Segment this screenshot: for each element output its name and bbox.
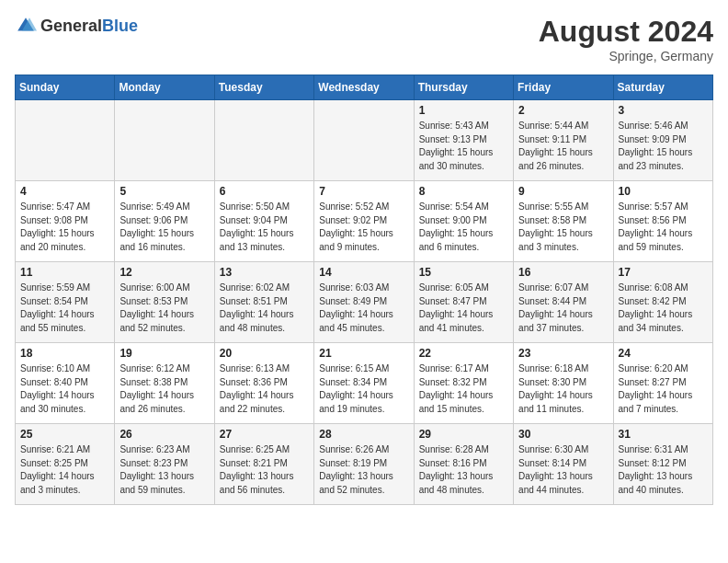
day-info: Sunrise: 5:54 AMSunset: 9:00 PMDaylight:… (419, 201, 508, 254)
page-header: GeneralBlue August 2024 Springe, Germany (15, 15, 713, 63)
day-info: Sunrise: 6:18 AMSunset: 8:30 PMDaylight:… (518, 362, 608, 416)
day-number: 22 (419, 347, 508, 360)
day-number: 14 (319, 266, 408, 279)
day-info: Sunrise: 6:20 AMSunset: 8:27 PMDaylight:… (619, 362, 708, 416)
day-number: 16 (518, 266, 608, 279)
day-of-week-header: Friday (514, 75, 613, 100)
day-info: Sunrise: 6:07 AMSunset: 8:44 PMDaylight:… (518, 282, 608, 335)
calendar-cell: 29Sunrise: 6:28 AMSunset: 8:16 PMDayligh… (414, 424, 513, 505)
day-number: 26 (119, 428, 209, 441)
day-number: 2 (518, 104, 608, 117)
calendar-cell: 14Sunrise: 6:03 AMSunset: 8:49 PMDayligh… (314, 262, 414, 343)
calendar-cell: 4Sunrise: 5:47 AMSunset: 9:08 PMDaylight… (16, 181, 115, 262)
day-info: Sunrise: 5:43 AMSunset: 9:13 PMDaylight:… (419, 120, 508, 173)
day-info: Sunrise: 6:02 AMSunset: 8:51 PMDaylight:… (220, 282, 309, 335)
day-info: Sunrise: 6:21 AMSunset: 8:25 PMDaylight:… (20, 443, 109, 497)
calendar-cell: 28Sunrise: 6:26 AMSunset: 8:19 PMDayligh… (314, 424, 414, 505)
day-number: 18 (20, 347, 109, 360)
day-info: Sunrise: 5:59 AMSunset: 8:54 PMDaylight:… (20, 282, 109, 335)
calendar-cell: 17Sunrise: 6:08 AMSunset: 8:42 PMDayligh… (613, 262, 712, 343)
logo-general: General (40, 17, 102, 35)
day-info: Sunrise: 6:28 AMSunset: 8:16 PMDaylight:… (419, 443, 508, 497)
day-number: 3 (619, 104, 708, 117)
calendar-cell: 10Sunrise: 5:57 AMSunset: 8:56 PMDayligh… (613, 181, 712, 262)
day-info: Sunrise: 6:03 AMSunset: 8:49 PMDaylight:… (319, 282, 408, 335)
calendar-cell: 12Sunrise: 6:00 AMSunset: 8:53 PMDayligh… (115, 262, 214, 343)
day-info: Sunrise: 5:44 AMSunset: 9:11 PMDaylight:… (518, 120, 608, 173)
month-year: August 2024 (539, 15, 713, 49)
calendar-cell: 23Sunrise: 6:18 AMSunset: 8:30 PMDayligh… (514, 343, 613, 424)
day-of-week-header: Saturday (613, 75, 712, 100)
day-number: 27 (220, 428, 309, 441)
day-number: 24 (619, 347, 708, 360)
day-number: 6 (220, 185, 309, 198)
calendar-cell: 6Sunrise: 5:50 AMSunset: 9:04 PMDaylight… (214, 181, 313, 262)
day-number: 7 (319, 185, 408, 198)
day-info: Sunrise: 5:57 AMSunset: 8:56 PMDaylight:… (619, 201, 708, 254)
day-number: 9 (518, 185, 608, 198)
logo-blue: Blue (102, 17, 138, 35)
calendar-cell: 19Sunrise: 6:12 AMSunset: 8:38 PMDayligh… (115, 343, 214, 424)
day-number: 23 (518, 347, 608, 360)
calendar-cell: 11Sunrise: 5:59 AMSunset: 8:54 PMDayligh… (16, 262, 115, 343)
day-number: 29 (419, 428, 508, 441)
calendar-cell: 5Sunrise: 5:49 AMSunset: 9:06 PMDaylight… (115, 181, 214, 262)
day-of-week-header: Wednesday (314, 75, 414, 100)
calendar-cell: 25Sunrise: 6:21 AMSunset: 8:25 PMDayligh… (16, 424, 115, 505)
day-number: 13 (220, 266, 309, 279)
day-of-week-header: Monday (115, 75, 214, 100)
title-block: August 2024 Springe, Germany (539, 15, 713, 63)
calendar-cell (115, 100, 214, 181)
calendar-cell: 27Sunrise: 6:25 AMSunset: 8:21 PMDayligh… (214, 424, 313, 505)
day-info: Sunrise: 6:26 AMSunset: 8:19 PMDaylight:… (319, 443, 408, 497)
day-number: 31 (619, 428, 708, 441)
day-info: Sunrise: 5:52 AMSunset: 9:02 PMDaylight:… (319, 201, 408, 254)
day-number: 17 (619, 266, 708, 279)
day-number: 19 (119, 347, 209, 360)
logo-icon (15, 15, 37, 37)
day-info: Sunrise: 6:13 AMSunset: 8:36 PMDaylight:… (220, 362, 309, 416)
calendar-cell (16, 100, 115, 181)
day-info: Sunrise: 6:30 AMSunset: 8:14 PMDaylight:… (518, 443, 608, 497)
day-info: Sunrise: 6:10 AMSunset: 8:40 PMDaylight:… (20, 362, 109, 416)
calendar-cell: 9Sunrise: 5:55 AMSunset: 8:58 PMDaylight… (514, 181, 613, 262)
calendar-cell: 30Sunrise: 6:30 AMSunset: 8:14 PMDayligh… (514, 424, 613, 505)
calendar-cell (314, 100, 414, 181)
day-number: 5 (119, 185, 209, 198)
day-of-week-header: Thursday (414, 75, 513, 100)
logo: GeneralBlue (15, 15, 138, 37)
location: Springe, Germany (539, 49, 713, 63)
calendar-cell (214, 100, 313, 181)
day-number: 12 (119, 266, 209, 279)
day-number: 10 (619, 185, 708, 198)
day-number: 28 (319, 428, 408, 441)
calendar-table: SundayMondayTuesdayWednesdayThursdayFrid… (15, 75, 713, 505)
day-info: Sunrise: 6:05 AMSunset: 8:47 PMDaylight:… (419, 282, 508, 335)
day-info: Sunrise: 6:08 AMSunset: 8:42 PMDaylight:… (619, 282, 708, 335)
day-number: 11 (20, 266, 109, 279)
day-number: 15 (419, 266, 508, 279)
calendar-cell: 2Sunrise: 5:44 AMSunset: 9:11 PMDaylight… (514, 100, 613, 181)
day-info: Sunrise: 5:47 AMSunset: 9:08 PMDaylight:… (20, 201, 109, 254)
day-number: 30 (518, 428, 608, 441)
day-of-week-header: Tuesday (214, 75, 313, 100)
day-info: Sunrise: 6:23 AMSunset: 8:23 PMDaylight:… (119, 443, 209, 497)
day-info: Sunrise: 5:55 AMSunset: 8:58 PMDaylight:… (518, 201, 608, 254)
day-info: Sunrise: 5:46 AMSunset: 9:09 PMDaylight:… (619, 120, 708, 173)
calendar-cell: 21Sunrise: 6:15 AMSunset: 8:34 PMDayligh… (314, 343, 414, 424)
day-of-week-header: Sunday (16, 75, 115, 100)
calendar-cell: 22Sunrise: 6:17 AMSunset: 8:32 PMDayligh… (414, 343, 513, 424)
day-info: Sunrise: 6:12 AMSunset: 8:38 PMDaylight:… (119, 362, 209, 416)
calendar-cell: 8Sunrise: 5:54 AMSunset: 9:00 PMDaylight… (414, 181, 513, 262)
calendar-cell: 24Sunrise: 6:20 AMSunset: 8:27 PMDayligh… (613, 343, 712, 424)
calendar-cell: 3Sunrise: 5:46 AMSunset: 9:09 PMDaylight… (613, 100, 712, 181)
day-number: 25 (20, 428, 109, 441)
calendar-cell: 18Sunrise: 6:10 AMSunset: 8:40 PMDayligh… (16, 343, 115, 424)
day-number: 21 (319, 347, 408, 360)
day-info: Sunrise: 6:25 AMSunset: 8:21 PMDaylight:… (220, 443, 309, 497)
day-info: Sunrise: 6:00 AMSunset: 8:53 PMDaylight:… (119, 282, 209, 335)
day-number: 20 (220, 347, 309, 360)
calendar-cell: 13Sunrise: 6:02 AMSunset: 8:51 PMDayligh… (214, 262, 313, 343)
calendar-cell: 1Sunrise: 5:43 AMSunset: 9:13 PMDaylight… (414, 100, 513, 181)
day-info: Sunrise: 6:15 AMSunset: 8:34 PMDaylight:… (319, 362, 408, 416)
